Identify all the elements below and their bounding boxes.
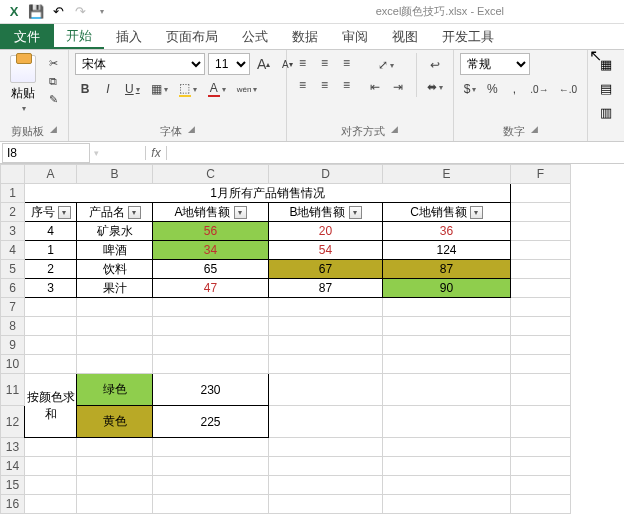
row-header[interactable]: 10 (1, 355, 25, 374)
row-header[interactable]: 12 (1, 406, 25, 438)
sum-green-label[interactable]: 绿色 (77, 374, 153, 406)
phonetic-button[interactable]: wén▾ (233, 79, 262, 99)
cell[interactable]: 4 (25, 222, 77, 241)
cell[interactable] (25, 317, 77, 336)
align-top-button[interactable]: ≡ (293, 53, 313, 73)
row-header[interactable]: 4 (1, 241, 25, 260)
cell[interactable] (77, 317, 153, 336)
font-color-button[interactable]: A▾ (204, 79, 230, 99)
cell[interactable] (511, 438, 571, 457)
format-painter-icon[interactable]: ✎ (44, 91, 62, 107)
tab-insert[interactable]: 插入 (104, 24, 154, 49)
header-c[interactable]: A地销售额▾ (153, 203, 269, 222)
sum-yellow-label[interactable]: 黄色 (77, 406, 153, 438)
cell[interactable] (153, 298, 269, 317)
namebox-dropdown-icon[interactable]: ▾ (90, 148, 103, 158)
cell[interactable] (153, 317, 269, 336)
cell[interactable]: 87 (269, 279, 383, 298)
align-right-button[interactable]: ≡ (337, 75, 357, 95)
cell[interactable]: 34 (153, 241, 269, 260)
filter-icon[interactable]: ▾ (128, 206, 141, 219)
cell[interactable] (511, 355, 571, 374)
tab-review[interactable]: 审阅 (330, 24, 380, 49)
cell[interactable] (77, 298, 153, 317)
cell[interactable] (511, 298, 571, 317)
row-header[interactable]: 2 (1, 203, 25, 222)
cell[interactable] (511, 317, 571, 336)
cell[interactable]: 87 (383, 260, 511, 279)
name-box[interactable] (2, 143, 90, 163)
formula-input[interactable] (169, 143, 624, 163)
cell[interactable] (511, 260, 571, 279)
worksheet-grid[interactable]: A B C D E F 1 1月所有产品销售情况 2 序号▾ 产品名▾ A地销售… (0, 164, 624, 530)
fx-icon[interactable]: fx (145, 146, 167, 160)
cell[interactable] (77, 457, 153, 476)
format-table-icon[interactable]: ▤ (594, 77, 618, 99)
row-header[interactable]: 14 (1, 457, 25, 476)
header-name[interactable]: 产品名▾ (77, 203, 153, 222)
filter-icon[interactable]: ▾ (470, 206, 483, 219)
cell[interactable] (77, 476, 153, 495)
cell[interactable] (269, 317, 383, 336)
fill-color-button[interactable]: ⬚▾ (175, 79, 201, 99)
tab-developer[interactable]: 开发工具 (430, 24, 506, 49)
filter-icon[interactable]: ▾ (58, 206, 71, 219)
filter-icon[interactable]: ▾ (349, 206, 362, 219)
cell[interactable]: 矿泉水 (77, 222, 153, 241)
cell[interactable] (511, 203, 571, 222)
cell[interactable] (511, 279, 571, 298)
cell[interactable]: 36 (383, 222, 511, 241)
align-left-button[interactable]: ≡ (293, 75, 313, 95)
cell[interactable] (269, 476, 383, 495)
cell[interactable] (153, 355, 269, 374)
col-header[interactable]: C (153, 165, 269, 184)
sum-green-value[interactable]: 230 (153, 374, 269, 406)
cell[interactable] (269, 374, 383, 406)
cell[interactable]: 啤酒 (77, 241, 153, 260)
cell[interactable] (25, 476, 77, 495)
conditional-format-icon[interactable]: ▦ (594, 53, 618, 75)
cell[interactable] (269, 298, 383, 317)
cell[interactable]: 54 (269, 241, 383, 260)
cell[interactable] (25, 298, 77, 317)
bold-button[interactable]: B (75, 79, 95, 99)
tab-layout[interactable]: 页面布局 (154, 24, 230, 49)
cell[interactable]: 56 (153, 222, 269, 241)
chevron-down-icon[interactable]: ▾ (22, 104, 26, 113)
cell[interactable] (269, 355, 383, 374)
cell[interactable] (77, 355, 153, 374)
cell[interactable] (383, 457, 511, 476)
header-e[interactable]: C地销售额▾ (383, 203, 511, 222)
tab-home[interactable]: 开始 (54, 24, 104, 49)
table-title[interactable]: 1月所有产品销售情况 (25, 184, 511, 203)
comma-format-button[interactable]: , (504, 79, 524, 99)
col-header[interactable]: F (511, 165, 571, 184)
sum-yellow-value[interactable]: 225 (153, 406, 269, 438)
row-header[interactable]: 11 (1, 374, 25, 406)
align-middle-button[interactable]: ≡ (315, 53, 335, 73)
cell[interactable] (511, 336, 571, 355)
copy-icon[interactable]: ⧉ (44, 73, 62, 89)
orientation-button[interactable]: ⤢▾ (365, 55, 408, 75)
cell[interactable] (383, 495, 511, 514)
cell[interactable] (511, 457, 571, 476)
row-header[interactable]: 3 (1, 222, 25, 241)
col-header[interactable]: B (77, 165, 153, 184)
cell[interactable]: 20 (269, 222, 383, 241)
row-header[interactable]: 7 (1, 298, 25, 317)
cell[interactable] (511, 374, 571, 406)
row-header[interactable]: 5 (1, 260, 25, 279)
tab-data[interactable]: 数据 (280, 24, 330, 49)
merge-center-button[interactable]: ⬌▾ (423, 77, 447, 97)
tab-file[interactable]: 文件 (0, 24, 54, 49)
paste-button[interactable]: 粘贴 ▾ (6, 53, 40, 115)
cell[interactable]: 67 (269, 260, 383, 279)
sum-label[interactable]: 按颜色求和 (25, 374, 77, 438)
cell[interactable] (269, 438, 383, 457)
grow-font-button[interactable]: A▴ (253, 54, 274, 74)
cell[interactable] (383, 438, 511, 457)
select-all-corner[interactable] (1, 165, 25, 184)
cell[interactable] (153, 336, 269, 355)
tab-view[interactable]: 视图 (380, 24, 430, 49)
header-d[interactable]: B地销售额▾ (269, 203, 383, 222)
